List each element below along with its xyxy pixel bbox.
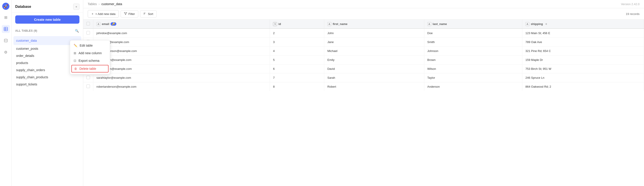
cell-last_name[interactable]: Taylor — [424, 73, 522, 82]
cell-last_name[interactable]: Smith — [424, 38, 522, 47]
breadcrumb-separator: › — [98, 2, 100, 6]
select-all-checkbox[interactable] — [86, 22, 90, 25]
id-type-icon: 1 — [273, 22, 277, 26]
toolbar-actions: ＋ + Add new data Filter — [88, 10, 157, 18]
table-item-supply-chain-products[interactable]: supply_chain_products — [14, 74, 81, 81]
context-menu: ✏️ Edit table ⊞ Add new column ⊡ Export … — [70, 40, 110, 75]
app-logo-icon: 🚀 — [2, 3, 10, 10]
toolbar: ＋ + Add new data Filter — [83, 8, 644, 20]
row-checkbox[interactable] — [86, 85, 90, 88]
svg-point-4 — [4, 39, 8, 40]
nav-table-icon[interactable] — [2, 25, 10, 33]
version-badge: Version 2.42.0 — [621, 2, 640, 6]
cell-first_name[interactable]: Emily — [324, 56, 424, 65]
col-first-name-label: first_name — [333, 22, 348, 26]
table-item-label: order_details — [16, 54, 34, 58]
collapse-button[interactable]: « — [73, 3, 80, 10]
filter-label: Filter — [128, 12, 135, 16]
cell-email[interactable]: johndoe@example.com — [93, 28, 270, 38]
row-checkbox-cell[interactable] — [83, 73, 93, 82]
nav-settings-icon[interactable]: ⚙ — [2, 48, 10, 56]
context-menu-edit[interactable]: ✏️ Edit table — [70, 42, 110, 49]
row-checkbox-cell[interactable] — [83, 82, 93, 91]
table-item-label: customer_posts — [16, 47, 38, 50]
cell-first_name[interactable]: David — [324, 65, 424, 73]
context-menu-add-column[interactable]: ⊞ Add new column — [70, 49, 110, 57]
sort-icon — [144, 12, 146, 16]
cell-id[interactable]: 2 — [270, 28, 324, 38]
cell-shipping[interactable]: 321 Pine Rd; 654 C — [522, 47, 644, 56]
cell-last_name[interactable]: Wilson — [424, 65, 522, 73]
cell-last_name[interactable]: Anderson — [424, 82, 522, 91]
first-name-type-icon: A — [327, 22, 332, 26]
row-checkbox[interactable] — [86, 31, 90, 35]
cell-shipping[interactable]: 864 Oakwood Rd; 2 — [522, 82, 644, 91]
col-last-name-label: last_name — [433, 22, 447, 26]
cell-id[interactable]: 3 — [270, 38, 324, 47]
col-email[interactable]: A email 🔑 — [93, 20, 270, 28]
cell-id[interactable]: 8 — [270, 82, 324, 91]
breadcrumb-parent[interactable]: Tables — [88, 2, 97, 6]
cell-email[interactable]: janesmith@example.com — [93, 38, 270, 47]
tables-section-label: ALL TABLES (9) — [15, 29, 37, 32]
cell-last_name[interactable]: Johnson — [424, 47, 522, 56]
svg-rect-0 — [4, 27, 8, 31]
sidebar-header: Database « — [12, 0, 83, 13]
table-search-button[interactable]: 🔍 — [74, 28, 80, 33]
cell-email[interactable]: emilybrown@example.com — [93, 56, 270, 65]
nav-grid-icon[interactable]: ⊞ — [2, 13, 10, 21]
cell-id[interactable]: 4 — [270, 47, 324, 56]
col-shipping[interactable]: A shipping + — [522, 20, 644, 28]
data-table: A email 🔑 1 id A fi — [83, 20, 644, 91]
nav-database-icon[interactable] — [2, 37, 10, 45]
col-last-name[interactable]: A last_name — [424, 20, 522, 28]
context-menu-add-column-label: Add new column — [78, 51, 102, 55]
table-item-support-tickets[interactable]: support_tickets — [14, 81, 81, 88]
delete-icon: 🗑 — [74, 67, 77, 71]
table-row: robertanderson@example.com8RobertAnderso… — [83, 82, 644, 91]
col-first-name[interactable]: A first_name — [324, 20, 424, 28]
context-menu-delete-label: Delete table — [80, 67, 96, 71]
cell-shipping[interactable]: 789 Oak Ave — [522, 38, 644, 47]
data-table-wrapper[interactable]: A email 🔑 1 id A fi — [83, 20, 644, 186]
table-row: johndoe@example.com2JohnDoe123 Main St; … — [83, 28, 644, 38]
cell-first_name[interactable]: Michael — [324, 47, 424, 56]
table-item-label: customer_data — [16, 39, 37, 42]
cell-last_name[interactable]: Doe — [424, 28, 522, 38]
cell-shipping[interactable]: 123 Main St; 456 E — [522, 28, 644, 38]
records-count: 19 records — [626, 12, 640, 16]
col-id[interactable]: 1 id — [270, 20, 324, 28]
row-checkbox[interactable] — [86, 76, 90, 79]
cell-email[interactable]: michaeljohnson@example.com — [93, 47, 270, 56]
add-new-data-button[interactable]: ＋ + Add new data — [88, 10, 119, 18]
col-email-label: email — [102, 22, 109, 26]
cell-shipping[interactable]: 246 Spruce Ln — [522, 73, 644, 82]
cell-shipping[interactable]: 753 Birch St; 951 W — [522, 65, 644, 73]
add-column-button[interactable]: + — [544, 22, 548, 26]
cell-email[interactable]: sarahtaylor@example.com — [93, 73, 270, 82]
cell-email[interactable]: davidwilson@example.com — [93, 65, 270, 73]
cell-first_name[interactable]: Robert — [324, 82, 424, 91]
cell-id[interactable]: 5 — [270, 56, 324, 65]
create-table-button[interactable]: Create new table — [15, 15, 80, 24]
row-checkbox-cell[interactable] — [83, 28, 93, 38]
cell-last_name[interactable]: Brown — [424, 56, 522, 65]
filter-button[interactable]: Filter — [120, 10, 138, 18]
add-icon: ＋ — [91, 12, 94, 16]
context-menu-export[interactable]: ⊡ Export schema — [70, 57, 110, 65]
cell-shipping[interactable]: 159 Maple Dr — [522, 56, 644, 65]
cell-first_name[interactable]: Sarah — [324, 73, 424, 82]
breadcrumb: Tables › customer_data — [88, 2, 122, 6]
cell-id[interactable]: 6 — [270, 65, 324, 73]
icon-bar: 🚀 ⊞ ⚙ — [0, 0, 12, 186]
cell-first_name[interactable]: Jane — [324, 38, 424, 47]
context-menu-delete[interactable]: 🗑 Delete table — [72, 65, 108, 73]
filter-icon — [124, 12, 127, 16]
cell-first_name[interactable]: John — [324, 28, 424, 38]
cell-id[interactable]: 7 — [270, 73, 324, 82]
cell-email[interactable]: robertanderson@example.com — [93, 82, 270, 91]
top-bar: Tables › customer_data Version 2.42.0 — [83, 0, 644, 8]
context-menu-edit-label: Edit table — [80, 44, 93, 47]
sort-button[interactable]: Sort — [140, 10, 157, 18]
table-row: sarahtaylor@example.com7SarahTaylor246 S… — [83, 73, 644, 82]
